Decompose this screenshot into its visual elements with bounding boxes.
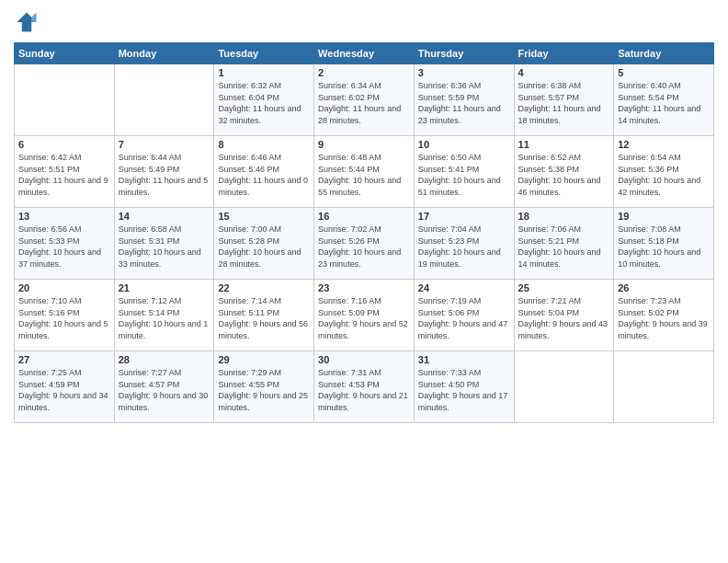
calendar-cell: 28 Sunrise: 7:27 AMSunset: 4:57 PMDaylig… [114, 351, 214, 423]
header [14, 9, 714, 35]
calendar-week-row: 6 Sunrise: 6:42 AMSunset: 5:51 PMDayligh… [15, 136, 714, 208]
day-info: Sunrise: 6:52 AMSunset: 5:38 PMDaylight:… [518, 153, 601, 197]
calendar-cell [15, 64, 115, 136]
weekday-header-sunday: Sunday [15, 43, 115, 64]
day-number: 20 [18, 282, 110, 293]
day-number: 1 [218, 67, 310, 78]
day-info: Sunrise: 7:00 AMSunset: 5:28 PMDaylight:… [218, 224, 301, 269]
day-number: 19 [618, 211, 710, 222]
calendar-cell: 9 Sunrise: 6:48 AMSunset: 5:44 PMDayligh… [314, 136, 415, 208]
day-info: Sunrise: 7:04 AMSunset: 5:23 PMDaylight:… [418, 224, 501, 269]
calendar-cell: 4 Sunrise: 6:38 AMSunset: 5:57 PMDayligh… [514, 64, 614, 136]
calendar-cell: 8 Sunrise: 6:46 AMSunset: 5:46 PMDayligh… [214, 136, 314, 208]
day-info: Sunrise: 7:25 AMSunset: 4:59 PMDaylight:… [18, 368, 108, 412]
logo-icon [14, 9, 40, 35]
calendar-cell: 22 Sunrise: 7:14 AMSunset: 5:11 PMDaylig… [214, 280, 314, 351]
day-info: Sunrise: 7:06 AMSunset: 5:21 PMDaylight:… [518, 224, 601, 269]
calendar-cell [514, 351, 614, 423]
weekday-header-saturday: Saturday [614, 43, 714, 64]
day-number: 26 [618, 282, 710, 293]
day-number: 29 [218, 354, 310, 365]
calendar-week-row: 20 Sunrise: 7:10 AMSunset: 5:16 PMDaylig… [15, 280, 714, 351]
weekday-header-monday: Monday [114, 43, 214, 64]
svg-marker-1 [31, 13, 36, 23]
weekday-header-friday: Friday [514, 43, 614, 64]
calendar-cell: 23 Sunrise: 7:16 AMSunset: 5:09 PMDaylig… [314, 280, 415, 351]
day-info: Sunrise: 7:08 AMSunset: 5:18 PMDaylight:… [618, 224, 700, 269]
day-number: 15 [218, 211, 310, 222]
calendar-cell: 19 Sunrise: 7:08 AMSunset: 5:18 PMDaylig… [614, 208, 714, 280]
day-info: Sunrise: 6:40 AMSunset: 5:54 PMDaylight:… [618, 81, 700, 125]
day-number: 17 [418, 211, 510, 222]
day-info: Sunrise: 6:44 AMSunset: 5:49 PMDaylight:… [119, 153, 209, 197]
calendar-cell: 18 Sunrise: 7:06 AMSunset: 5:21 PMDaylig… [514, 208, 614, 280]
calendar-week-row: 1 Sunrise: 6:32 AMSunset: 6:04 PMDayligh… [15, 64, 714, 136]
calendar-cell: 16 Sunrise: 7:02 AMSunset: 5:26 PMDaylig… [314, 208, 415, 280]
calendar-cell: 2 Sunrise: 6:34 AMSunset: 6:02 PMDayligh… [314, 64, 415, 136]
day-number: 24 [418, 282, 510, 293]
day-info: Sunrise: 7:33 AMSunset: 4:50 PMDaylight:… [418, 368, 508, 412]
day-number: 6 [18, 139, 110, 150]
day-info: Sunrise: 7:21 AMSunset: 5:04 PMDaylight:… [518, 296, 609, 340]
day-number: 5 [618, 67, 710, 78]
calendar-cell: 13 Sunrise: 6:56 AMSunset: 5:33 PMDaylig… [15, 208, 115, 280]
day-info: Sunrise: 7:19 AMSunset: 5:06 PMDaylight:… [418, 296, 508, 340]
day-number: 16 [318, 211, 410, 222]
weekday-header-thursday: Thursday [414, 43, 514, 64]
day-number: 9 [318, 139, 410, 150]
day-info: Sunrise: 6:36 AMSunset: 5:59 PMDaylight:… [418, 81, 501, 125]
calendar-week-row: 27 Sunrise: 7:25 AMSunset: 4:59 PMDaylig… [15, 351, 714, 423]
day-info: Sunrise: 7:27 AMSunset: 4:57 PMDaylight:… [119, 368, 209, 412]
day-number: 2 [318, 67, 410, 78]
day-info: Sunrise: 6:46 AMSunset: 5:46 PMDaylight:… [218, 153, 308, 197]
day-info: Sunrise: 6:48 AMSunset: 5:44 PMDaylight:… [318, 153, 401, 197]
day-number: 3 [418, 67, 510, 78]
day-number: 14 [119, 211, 210, 222]
day-number: 7 [119, 139, 210, 150]
calendar-cell: 1 Sunrise: 6:32 AMSunset: 6:04 PMDayligh… [214, 64, 314, 136]
day-info: Sunrise: 6:38 AMSunset: 5:57 PMDaylight:… [518, 81, 601, 125]
page: SundayMondayTuesdayWednesdayThursdayFrid… [0, 0, 728, 563]
calendar-cell: 26 Sunrise: 7:23 AMSunset: 5:02 PMDaylig… [614, 280, 714, 351]
day-info: Sunrise: 6:50 AMSunset: 5:41 PMDaylight:… [418, 153, 501, 197]
calendar-table: SundayMondayTuesdayWednesdayThursdayFrid… [14, 42, 714, 423]
day-number: 12 [618, 139, 710, 150]
calendar-cell: 5 Sunrise: 6:40 AMSunset: 5:54 PMDayligh… [614, 64, 714, 136]
day-number: 25 [518, 282, 610, 293]
day-info: Sunrise: 7:23 AMSunset: 5:02 PMDaylight:… [618, 296, 708, 340]
calendar-cell: 20 Sunrise: 7:10 AMSunset: 5:16 PMDaylig… [15, 280, 115, 351]
day-info: Sunrise: 7:14 AMSunset: 5:11 PMDaylight:… [218, 296, 308, 340]
day-info: Sunrise: 6:58 AMSunset: 5:31 PMDaylight:… [119, 224, 201, 269]
day-info: Sunrise: 6:42 AMSunset: 5:51 PMDaylight:… [18, 153, 108, 197]
day-info: Sunrise: 6:32 AMSunset: 6:04 PMDaylight:… [218, 81, 301, 125]
day-info: Sunrise: 6:56 AMSunset: 5:33 PMDaylight:… [18, 224, 101, 269]
calendar-cell: 24 Sunrise: 7:19 AMSunset: 5:06 PMDaylig… [414, 280, 514, 351]
calendar-cell: 29 Sunrise: 7:29 AMSunset: 4:55 PMDaylig… [214, 351, 314, 423]
calendar-cell: 17 Sunrise: 7:04 AMSunset: 5:23 PMDaylig… [414, 208, 514, 280]
weekday-header-row: SundayMondayTuesdayWednesdayThursdayFrid… [15, 43, 714, 64]
day-number: 8 [218, 139, 310, 150]
calendar-cell: 10 Sunrise: 6:50 AMSunset: 5:41 PMDaylig… [414, 136, 514, 208]
day-number: 30 [318, 354, 410, 365]
calendar-cell: 6 Sunrise: 6:42 AMSunset: 5:51 PMDayligh… [15, 136, 115, 208]
day-info: Sunrise: 7:12 AMSunset: 5:14 PMDaylight:… [119, 296, 209, 340]
calendar-cell: 12 Sunrise: 6:54 AMSunset: 5:36 PMDaylig… [614, 136, 714, 208]
calendar-cell: 30 Sunrise: 7:31 AMSunset: 4:53 PMDaylig… [314, 351, 415, 423]
day-number: 28 [119, 354, 210, 365]
day-number: 11 [518, 139, 610, 150]
day-number: 27 [18, 354, 110, 365]
day-info: Sunrise: 7:31 AMSunset: 4:53 PMDaylight:… [318, 368, 408, 412]
calendar-cell: 27 Sunrise: 7:25 AMSunset: 4:59 PMDaylig… [15, 351, 115, 423]
day-number: 31 [418, 354, 510, 365]
calendar-cell: 3 Sunrise: 6:36 AMSunset: 5:59 PMDayligh… [414, 64, 514, 136]
day-number: 10 [418, 139, 510, 150]
calendar-cell: 14 Sunrise: 6:58 AMSunset: 5:31 PMDaylig… [114, 208, 214, 280]
day-number: 23 [318, 282, 410, 293]
calendar-cell: 7 Sunrise: 6:44 AMSunset: 5:49 PMDayligh… [114, 136, 214, 208]
calendar-cell: 25 Sunrise: 7:21 AMSunset: 5:04 PMDaylig… [514, 280, 614, 351]
calendar-cell: 15 Sunrise: 7:00 AMSunset: 5:28 PMDaylig… [214, 208, 314, 280]
day-info: Sunrise: 7:10 AMSunset: 5:16 PMDaylight:… [18, 296, 108, 340]
calendar-cell [114, 64, 214, 136]
day-number: 22 [218, 282, 310, 293]
day-info: Sunrise: 7:16 AMSunset: 5:09 PMDaylight:… [318, 296, 408, 340]
